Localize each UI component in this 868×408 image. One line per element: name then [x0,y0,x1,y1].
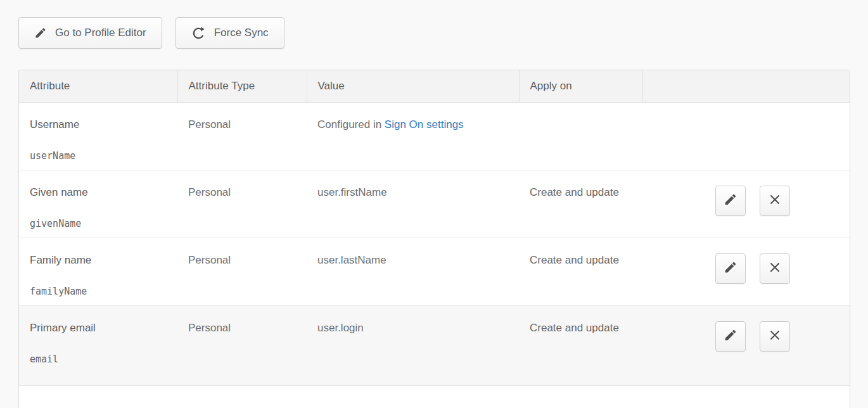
toolbar: Go to Profile Editor Force Sync [18,17,284,49]
attribute-variable: familyName [30,286,171,297]
value-cell: user.login [307,305,519,385]
table-row-given-name: Given name givenName Personal user.first… [19,170,850,238]
attribute-cell: Given name givenName [19,170,177,238]
edit-pencil-icon [724,260,737,276]
edit-attribute-button[interactable] [715,186,746,216]
table-header-row: Attribute Attribute Type Value Apply on [19,70,850,102]
delete-x-icon [769,193,781,208]
table-row-partial [19,385,850,408]
value-text: Configured in [317,118,381,131]
row-actions [715,253,850,284]
apply-on-cell [519,102,642,170]
actions-cell [642,238,850,305]
refresh-icon [191,26,206,41]
edit-attribute-button[interactable] [715,321,746,352]
sign-on-settings-link[interactable]: Sign On settings [385,118,464,131]
go-to-profile-editor-button[interactable]: Go to Profile Editor [18,17,162,49]
edit-pencil-icon [724,328,737,344]
actions-cell [642,170,850,238]
edit-pencil-icon [724,193,737,208]
attribute-variable: userName [30,150,171,162]
column-header-attribute: Attribute [19,70,177,102]
delete-x-icon [769,329,781,343]
delete-x-icon [769,261,781,276]
attribute-label: Family name [30,254,171,267]
delete-attribute-button[interactable] [760,321,790,352]
apply-on-cell: Create and update [519,238,642,305]
attribute-variable: email [30,354,171,365]
apply-on-text: Create and update [530,322,619,334]
force-sync-label: Force Sync [214,27,269,39]
table-row-username: Username userName Personal Configured in… [19,102,850,170]
edit-attribute-button[interactable] [715,253,746,284]
value-cell: user.firstName [307,170,519,238]
apply-on-cell: Create and update [519,305,642,385]
row-actions [715,186,850,216]
attribute-cell: Username userName [19,102,177,170]
apply-on-text: Create and update [530,186,619,198]
actions-cell [642,102,850,170]
go-to-profile-editor-label: Go to Profile Editor [55,27,146,39]
table-row-primary-email: Primary email email Personal user.login … [19,305,850,385]
delete-attribute-button[interactable] [760,186,790,216]
attribute-cell: Family name familyName [19,238,177,305]
actions-cell [642,305,850,385]
attribute-label: Primary email [30,322,171,335]
attribute-type-cell: Personal [177,305,307,385]
column-header-attribute-type: Attribute Type [177,70,307,102]
column-header-actions [642,70,850,102]
column-header-apply-on: Apply on [519,70,642,102]
attribute-label: Username [30,118,171,131]
attribute-type-cell: Personal [177,102,307,170]
attribute-mapping-table: Attribute Attribute Type Value Apply on … [18,70,850,408]
row-actions [715,321,850,352]
apply-on-cell: Create and update [519,170,642,238]
delete-attribute-button[interactable] [760,253,790,284]
attribute-variable: givenName [30,218,171,229]
table-row-family-name: Family name familyName Personal user.las… [19,238,850,305]
apply-on-text: Create and update [530,254,619,266]
attribute-cell: Primary email email [19,305,177,385]
attribute-type-cell: Personal [177,170,307,238]
attribute-label: Given name [30,186,171,199]
value-cell: user.lastName [307,238,519,305]
attribute-type-cell: Personal [177,238,307,305]
force-sync-button[interactable]: Force Sync [176,17,284,49]
column-header-value: Value [307,70,519,102]
value-cell: Configured in Sign On settings [307,102,519,170]
pencil-icon [34,27,47,39]
